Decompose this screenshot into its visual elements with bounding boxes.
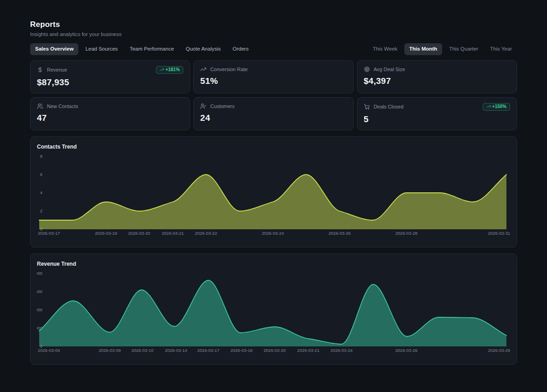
stat-value: $4,397 xyxy=(364,76,510,86)
x-axis-tick: 2026-03-19 xyxy=(95,231,117,236)
tab-team-performance[interactable]: Team Performance xyxy=(124,43,179,55)
stat-label: Revenue xyxy=(47,67,67,72)
period-this-quarter[interactable]: This Quarter xyxy=(444,43,483,55)
x-axis-tick: 2026-03-31 xyxy=(488,231,510,236)
tab-quote-analysis[interactable]: Quote Analysis xyxy=(181,43,226,55)
chart-title-revenue: Revenue Trend xyxy=(37,260,510,268)
y-axis-tick: 8,000 xyxy=(37,307,42,312)
page-title: Reports xyxy=(30,20,517,29)
stat-label: Customers xyxy=(210,103,234,109)
y-axis-tick: 16,000 xyxy=(37,271,42,276)
y-axis-tick: 4 xyxy=(40,190,42,195)
toolbar: Sales OverviewLead SourcesTeam Performan… xyxy=(30,43,517,55)
dollar-icon xyxy=(37,67,43,73)
stat-card-header: New Contacts xyxy=(37,103,183,109)
x-axis-tick: 2026-03-24 xyxy=(262,231,284,236)
x-axis-tick: 2026-03-21 xyxy=(297,348,320,353)
report-tabs: Sales OverviewLead SourcesTeam Performan… xyxy=(30,43,253,55)
stat-value: 5 xyxy=(364,114,510,124)
stat-card-header: Customers xyxy=(200,103,346,109)
revenue-trend-plot: 04,0008,00012,00016,0002026-03-042026-03… xyxy=(37,268,511,358)
x-axis-tick: 2026-03-10 xyxy=(131,348,154,353)
x-axis-tick: 2026-03-18 xyxy=(230,348,253,353)
tab-lead-sources[interactable]: Lead Sources xyxy=(80,43,123,55)
cart-icon xyxy=(364,103,370,110)
x-axis-tick: 2026-03-22 xyxy=(195,231,217,236)
x-axis-tick: 2026-03-21 xyxy=(162,231,184,236)
stat-value: 47 xyxy=(37,113,183,123)
x-axis-tick: 2026-03-04 xyxy=(38,348,60,353)
period-this-month[interactable]: This Month xyxy=(404,43,442,55)
stat-label: Avg Deal Size xyxy=(374,67,405,72)
stat-card-avg-deal-size: Avg Deal Size$4,397 xyxy=(357,60,517,93)
period-this-week[interactable]: This Week xyxy=(368,43,403,55)
x-axis-tick: 2026-03-17 xyxy=(197,348,220,353)
stat-value: $87,935 xyxy=(37,77,183,88)
x-axis-tick: 2026-03-20 xyxy=(128,231,150,236)
x-axis-tick: 2026-03-14 xyxy=(165,348,187,353)
x-axis-tick: 2026-03-09 xyxy=(98,348,121,353)
stats-grid: Revenue+181%$87,935Conversion Rate51%Avg… xyxy=(30,60,517,130)
trend-badge: +150% xyxy=(483,103,510,111)
x-axis-tick: 2026-03-20 xyxy=(263,348,286,353)
stat-value: 24 xyxy=(200,113,346,123)
x-axis-tick: 2026-03-28 xyxy=(395,231,418,236)
user-check-icon xyxy=(200,103,206,109)
contacts-trend-plot: 024682026-03-172026-03-192026-03-202026-… xyxy=(37,151,511,241)
stat-label: New Contacts xyxy=(47,103,78,109)
target-icon xyxy=(364,66,370,72)
stat-card-customers: Customers24 xyxy=(193,97,353,130)
y-axis-tick: 12,000 xyxy=(37,289,42,294)
stat-card-header: Avg Deal Size xyxy=(364,66,510,72)
trending-up-icon xyxy=(200,66,206,72)
stat-card-revenue: Revenue+181%$87,935 xyxy=(30,60,190,93)
trending-up-icon xyxy=(160,67,164,72)
y-axis-tick: 2 xyxy=(40,208,42,213)
stat-card-conversion-rate: Conversion Rate51% xyxy=(193,60,353,93)
users-icon xyxy=(37,103,43,109)
stat-label: Deals Closed xyxy=(374,104,403,109)
x-axis-tick: 2026-03-26 xyxy=(329,231,351,236)
x-axis-tick: 2026-03-17 xyxy=(38,231,60,236)
area-fill xyxy=(39,280,506,346)
y-axis-tick: 6 xyxy=(40,172,42,177)
trend-badge-value: +150% xyxy=(492,104,506,109)
x-axis-tick: 2026-03-26 xyxy=(395,348,418,353)
stat-card-new-contacts: New Contacts47 xyxy=(30,97,190,130)
tab-orders[interactable]: Orders xyxy=(227,43,253,55)
x-axis-tick: 2026-03-29 xyxy=(488,348,510,353)
trend-badge-value: +181% xyxy=(165,67,180,72)
stat-value: 51% xyxy=(200,76,346,86)
page-subtitle: Insights and analytics for your business xyxy=(30,31,517,37)
stat-label: Conversion Rate xyxy=(210,67,248,72)
stat-card-header: Deals Closed+150% xyxy=(364,103,510,111)
period-this-year[interactable]: This Year xyxy=(485,43,517,55)
chart-title-contacts: Contacts Trend xyxy=(37,143,510,150)
stat-card-deals-closed: Deals Closed+150%5 xyxy=(357,97,517,130)
page-header: Reports Insights and analytics for your … xyxy=(30,20,517,37)
reports-page: Reports Insights and analytics for your … xyxy=(0,0,547,365)
revenue-trend-card: Revenue Trend 04,0008,00012,00016,000202… xyxy=(30,253,517,365)
x-axis-tick: 2026-03-24 xyxy=(330,348,353,353)
contacts-trend-card: Contacts Trend 024682026-03-172026-03-19… xyxy=(30,136,517,248)
stat-card-header: Revenue+181% xyxy=(37,66,183,74)
tab-sales-overview[interactable]: Sales Overview xyxy=(30,43,78,55)
period-filters: This WeekThis MonthThis QuarterThis Year xyxy=(368,43,517,55)
stat-card-header: Conversion Rate xyxy=(200,66,346,72)
trending-up-icon xyxy=(486,104,491,109)
y-axis-tick: 8 xyxy=(40,154,42,159)
trend-badge: +181% xyxy=(156,66,183,74)
